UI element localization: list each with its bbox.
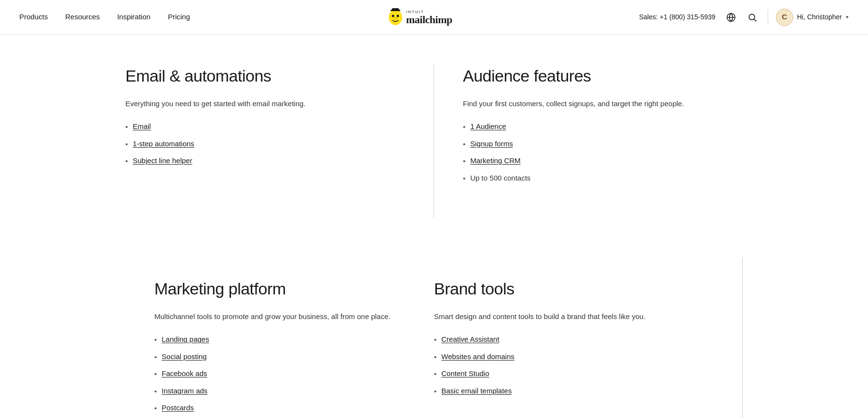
link-social-posting[interactable]: Social posting xyxy=(162,351,206,362)
link-1step-automations[interactable]: 1-step automations xyxy=(133,139,194,150)
bullet-icon: • xyxy=(434,352,436,363)
section-brand-tools: Brand tools Smart design and content too… xyxy=(434,257,743,418)
bullet-icon: • xyxy=(125,156,128,167)
search-icon xyxy=(747,13,757,22)
nav-item-resources[interactable]: Resources xyxy=(65,12,100,23)
section-desc-brand: Smart design and content tools to build … xyxy=(434,311,713,322)
list-item: • 1 Audience xyxy=(463,121,743,133)
list-item: • Social posting xyxy=(154,351,434,363)
section-list-marketing: • Landing pages • Social posting • Faceb… xyxy=(154,334,434,414)
svg-point-3 xyxy=(394,17,397,19)
section-title-audience: Audience features xyxy=(463,64,743,88)
bullet-icon: • xyxy=(154,334,157,346)
list-item: • 1-step automations xyxy=(125,139,405,150)
list-item: • Postcards xyxy=(154,403,434,414)
chevron-down-icon: ▾ xyxy=(846,13,849,21)
link-email[interactable]: Email xyxy=(133,121,151,132)
section-desc-audience: Find your first customers, collect signu… xyxy=(463,98,743,110)
svg-rect-5 xyxy=(392,8,399,11)
globe-icon xyxy=(726,13,736,22)
svg-point-1 xyxy=(392,14,394,17)
svg-text:mailchimp: mailchimp xyxy=(406,14,452,26)
list-item: • Instagram ads xyxy=(154,386,434,397)
nav-right: Sales: +1 (800) 315-5939 C Hi, Christoph… xyxy=(639,9,849,26)
section-title-brand: Brand tools xyxy=(434,277,713,301)
sales-phone: Sales: +1 (800) 315-5939 xyxy=(639,12,715,22)
section-email-automations: Email & automations Everything you need … xyxy=(125,64,434,219)
bullet-icon: • xyxy=(154,386,157,397)
svg-point-9 xyxy=(749,14,755,20)
link-websites-domains[interactable]: Websites and domains xyxy=(441,351,514,362)
bullet-icon: • xyxy=(154,352,157,363)
section-title-email: Email & automations xyxy=(125,64,405,88)
row-divider xyxy=(125,219,743,257)
list-item: • Websites and domains xyxy=(434,351,713,363)
section-list-email: • Email • 1-step automations • Subject l… xyxy=(125,121,405,167)
list-item: • Basic email templates xyxy=(434,386,713,397)
nav-divider xyxy=(768,10,768,25)
bullet-icon: • xyxy=(463,156,465,167)
nav-item-products[interactable]: Products xyxy=(19,12,48,23)
list-item: • Marketing CRM xyxy=(463,155,743,167)
text-contacts-limit: Up to 500 contacts xyxy=(470,173,530,184)
svg-line-10 xyxy=(754,19,756,21)
link-marketing-crm[interactable]: Marketing CRM xyxy=(470,155,520,167)
list-item: • Up to 500 contacts xyxy=(463,173,743,184)
list-item: • Email xyxy=(125,121,405,133)
list-item: • Landing pages xyxy=(154,334,434,346)
bullet-icon: • xyxy=(154,403,157,414)
bullet-icon: • xyxy=(125,139,128,150)
section-list-audience: • 1 Audience • Signup forms • Marketing … xyxy=(463,121,743,184)
link-creative-assistant[interactable]: Creative Assistant xyxy=(441,334,499,345)
link-1-audience[interactable]: 1 Audience xyxy=(470,121,506,132)
link-facebook-ads[interactable]: Facebook ads xyxy=(162,368,207,379)
link-content-studio[interactable]: Content Studio xyxy=(441,368,489,379)
bullet-icon: • xyxy=(154,369,157,380)
section-title-marketing: Marketing platform xyxy=(154,277,434,301)
svg-point-2 xyxy=(397,14,399,17)
nav-left: Products Resources Inspiration Pricing xyxy=(19,12,190,23)
link-signup-forms[interactable]: Signup forms xyxy=(470,139,513,150)
section-audience-features: Audience features Find your first custom… xyxy=(434,64,743,219)
nav-user[interactable]: C Hi, Christopher ▾ xyxy=(776,9,849,26)
bullet-icon: • xyxy=(434,386,436,397)
bullet-icon: • xyxy=(463,122,465,133)
section-desc-email: Everything you need to get started with … xyxy=(125,98,405,110)
link-subject-line-helper[interactable]: Subject line helper xyxy=(133,155,192,167)
list-item: • Subject line helper xyxy=(125,155,405,167)
nav-item-inspiration[interactable]: Inspiration xyxy=(117,12,150,23)
bullet-icon: • xyxy=(125,122,128,133)
link-landing-pages[interactable]: Landing pages xyxy=(162,334,209,345)
nav-item-pricing[interactable]: Pricing xyxy=(168,12,190,23)
list-item: • Content Studio xyxy=(434,368,713,380)
bullet-icon: • xyxy=(434,369,436,380)
bullet-icon: • xyxy=(463,139,465,150)
link-instagram-ads[interactable]: Instagram ads xyxy=(162,386,207,397)
section-marketing-platform: Marketing platform Multichannel tools to… xyxy=(125,257,434,418)
list-item: • Creative Assistant xyxy=(434,334,713,346)
user-greeting: Hi, Christopher xyxy=(797,12,842,22)
list-item: • Signup forms xyxy=(463,139,743,150)
section-list-brand: • Creative Assistant • Websites and doma… xyxy=(434,334,713,397)
list-item: • Facebook ads xyxy=(154,368,434,380)
main-content: Email & automations Everything you need … xyxy=(96,35,772,418)
main-nav: Products Resources Inspiration Pricing xyxy=(0,0,868,35)
globe-icon-button[interactable] xyxy=(723,10,739,25)
nav-logo[interactable]: INTUIT mailchimp xyxy=(386,7,482,28)
section-desc-marketing: Multichannel tools to promote and grow y… xyxy=(154,311,434,322)
link-basic-email-templates[interactable]: Basic email templates xyxy=(441,386,512,397)
bullet-icon: • xyxy=(463,173,465,184)
avatar: C xyxy=(776,9,793,26)
bullet-icon: • xyxy=(434,334,436,346)
mailchimp-logo-svg: INTUIT mailchimp xyxy=(386,7,482,28)
link-postcards[interactable]: Postcards xyxy=(162,403,194,414)
nav-icons xyxy=(723,10,760,25)
sections-grid: Email & automations Everything you need … xyxy=(125,64,743,418)
search-icon-button[interactable] xyxy=(745,10,760,25)
